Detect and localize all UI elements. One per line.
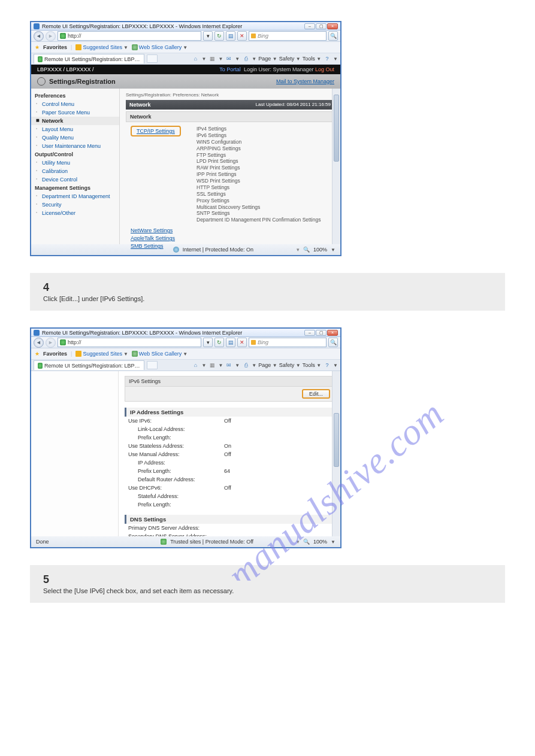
forward-button[interactable]: ►: [46, 31, 56, 41]
addrbar-dropdown[interactable]: ▾: [203, 338, 213, 347]
settings-row: Default Router Address:: [125, 475, 334, 484]
scrollbar[interactable]: [332, 89, 340, 244]
page-menu[interactable]: Page ▼: [258, 362, 277, 368]
back-button[interactable]: ◄: [34, 31, 44, 41]
new-tab-button[interactable]: [147, 361, 158, 369]
sidebar-item-utility[interactable]: Utility Menu: [31, 159, 119, 167]
mail-icon[interactable]: ✉: [225, 54, 233, 63]
address-bar[interactable]: http://: [58, 338, 201, 347]
search-box[interactable]: Bing: [249, 31, 327, 41]
tools-menu[interactable]: Tools ▼: [303, 56, 321, 62]
new-tab-button[interactable]: [147, 54, 158, 63]
zoom-value: 100%: [313, 539, 327, 545]
network-link[interactable]: SMB Settings: [131, 243, 164, 249]
minimize-button[interactable]: –: [304, 23, 315, 29]
print-icon[interactable]: ⎙: [241, 361, 250, 369]
home-icon[interactable]: ⌂: [192, 54, 200, 63]
edit-button[interactable]: Edit...: [302, 389, 330, 399]
row-label: Secondary DNS Server Address:: [128, 533, 224, 536]
row-value: Off: [224, 451, 231, 457]
help-icon[interactable]: ?: [323, 361, 331, 369]
close-button[interactable]: ×: [327, 330, 338, 336]
star-icon[interactable]: ★: [35, 44, 40, 50]
sidebar-item-deptid[interactable]: Department ID Management: [31, 192, 119, 201]
site-icon: [60, 33, 66, 39]
browser-tab[interactable]: Remote UI Settings/Registration: LBPXXXX…: [34, 54, 144, 63]
main-panel: IPv6 Settings Edit... IP Address Setting…: [119, 371, 340, 536]
tcpip-settings-link[interactable]: TCP/IP Settings: [131, 126, 181, 136]
step-number: 5: [43, 573, 492, 586]
search-box[interactable]: Bing: [249, 338, 327, 347]
maximize-button[interactable]: ▢: [316, 23, 327, 29]
tcpip-subitem: ARP/PING Settings: [197, 145, 321, 152]
compat-button[interactable]: ▤: [226, 338, 235, 347]
stop-button[interactable]: ✕: [237, 338, 247, 347]
sidebar-item-security[interactable]: Security: [31, 201, 119, 209]
help-icon[interactable]: ?: [323, 54, 331, 63]
home-icon[interactable]: ⌂: [192, 361, 200, 369]
back-button[interactable]: ◄: [34, 338, 44, 348]
site-icon: [60, 339, 66, 345]
row-label: Prefix Length:: [128, 468, 224, 474]
sidebar-item-usermaint[interactable]: User Maintenance Menu: [31, 142, 119, 150]
page-menu[interactable]: Page ▼: [258, 56, 277, 62]
stop-button[interactable]: ✕: [237, 31, 247, 41]
scrollbar[interactable]: [332, 371, 340, 536]
network-link[interactable]: NetWare Settings: [131, 227, 173, 233]
tcpip-subitem: HTTP Settings: [197, 184, 321, 191]
favorites-label[interactable]: Favorites: [43, 351, 67, 357]
logout-link[interactable]: Log Out: [315, 66, 334, 72]
sidebar-item-license[interactable]: License/Other: [31, 209, 119, 217]
close-button[interactable]: ×: [327, 23, 338, 29]
network-link[interactable]: AppleTalk Settings: [131, 235, 175, 241]
shield-icon: [161, 539, 167, 545]
maximize-button[interactable]: ▢: [316, 330, 327, 336]
instruction-step-4: 4 Click [Edit...] under [IPv6 Settings].: [30, 273, 505, 311]
search-button[interactable]: 🔍: [328, 338, 338, 347]
sidebar-item-layout[interactable]: Layout Menu: [31, 125, 119, 133]
feeds-icon[interactable]: ▦: [208, 361, 216, 369]
suggested-sites[interactable]: Suggested Sites ▼: [75, 44, 128, 50]
tab-row: Remote UI Settings/Registration: LBPXXXX…: [31, 360, 340, 371]
suggested-sites[interactable]: Suggested Sites ▼: [75, 351, 128, 357]
address-bar[interactable]: http://: [58, 31, 201, 41]
suggested-icon: [75, 351, 81, 357]
screenshot-1: Remote UI Settings/Registration: LBPXXXX…: [30, 21, 341, 256]
row-value: 64: [224, 468, 230, 474]
search-button[interactable]: 🔍: [328, 31, 338, 41]
forward-button[interactable]: ►: [46, 338, 56, 348]
compat-button[interactable]: ▤: [226, 31, 235, 41]
zoom-icon[interactable]: 🔍: [303, 539, 310, 545]
sidebar-item-device[interactable]: Device Control: [31, 175, 119, 184]
print-icon[interactable]: ⎙: [241, 54, 250, 63]
favorites-label[interactable]: Favorites: [43, 44, 67, 50]
step-text: Select the [Use IPv6] check box, and set…: [43, 587, 492, 594]
login-label: Login User:: [244, 66, 271, 72]
tcpip-subitem: WINS Configuration: [197, 139, 321, 145]
web-slice-gallery[interactable]: Web Slice Gallery ▼: [132, 351, 188, 357]
tools-menu[interactable]: Tools ▼: [303, 362, 321, 368]
feeds-icon[interactable]: ▦: [208, 54, 216, 63]
sidebar-item-network[interactable]: Network: [31, 117, 119, 125]
refresh-button[interactable]: ↻: [214, 338, 224, 347]
minimize-button[interactable]: –: [304, 330, 315, 336]
sidebar-item-quality[interactable]: Quality Menu: [31, 133, 119, 142]
sidebar-hdr-output: Output/Control: [31, 150, 119, 159]
tab-label: Remote UI Settings/Registration: LBPXXXX…: [44, 363, 140, 369]
to-portal-link[interactable]: To Portal: [219, 66, 241, 72]
protected-icon[interactable]: ▾: [297, 539, 300, 545]
url-text: http://: [68, 339, 81, 345]
star-icon[interactable]: ★: [35, 351, 40, 357]
mail-sysmgr-link[interactable]: Mail to System Manager: [276, 78, 334, 84]
safety-menu[interactable]: Safety ▼: [279, 56, 301, 62]
safety-menu[interactable]: Safety ▼: [279, 362, 301, 368]
sidebar-item-calibration[interactable]: Calibration: [31, 167, 119, 175]
web-slice-gallery[interactable]: Web Slice Gallery ▼: [132, 44, 188, 50]
sidebar-item-control[interactable]: Control Menu: [31, 100, 119, 108]
sidebar-item-paper[interactable]: Paper Source Menu: [31, 108, 119, 117]
addrbar-dropdown[interactable]: ▾: [203, 31, 213, 41]
mail-icon[interactable]: ✉: [225, 361, 233, 369]
refresh-button[interactable]: ↻: [214, 31, 224, 41]
row-label: Prefix Length:: [128, 502, 224, 508]
browser-tab[interactable]: Remote UI Settings/Registration: LBPXXXX…: [34, 360, 144, 370]
